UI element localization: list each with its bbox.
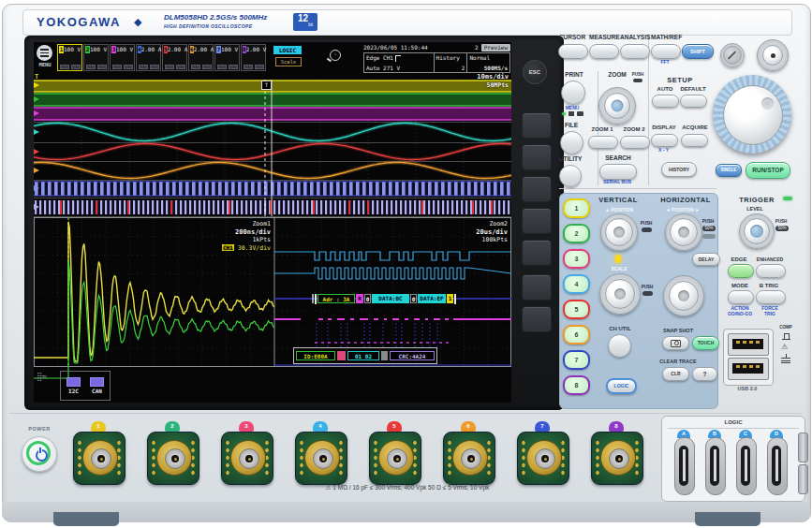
clear-trace-button[interactable]: CLR — [662, 367, 689, 381]
history-button[interactable]: HISTORY — [661, 162, 697, 177]
bnc-connector-ch6[interactable] — [443, 432, 495, 485]
logic-button[interactable]: LOGIC — [606, 378, 637, 394]
acquire-button[interactable] — [681, 134, 708, 147]
channel-cell-4[interactable]: 42.00 A — [136, 44, 161, 71]
scale-badge[interactable]: Scale — [275, 57, 302, 66]
bnc-ring — [156, 440, 192, 476]
impedance-mark — [124, 65, 133, 69]
horizontal-position-knob[interactable] — [670, 218, 698, 246]
run-stop-button[interactable]: RUN/STOP — [746, 162, 790, 179]
logic-port-D[interactable] — [767, 437, 788, 495]
trigger-level-knob[interactable] — [744, 218, 770, 244]
search-button[interactable] — [599, 164, 637, 180]
channel-1-button[interactable]: 1 — [563, 198, 590, 218]
zoom1-button[interactable] — [588, 136, 618, 149]
jog-shuttle-knob[interactable] — [723, 85, 783, 145]
single-button[interactable]: SINGLE — [716, 164, 742, 177]
zoom-knob[interactable] — [604, 93, 630, 119]
ch-util-button[interactable] — [608, 334, 631, 358]
softkey-3[interactable] — [522, 176, 552, 202]
bnc-connector-ch3[interactable] — [221, 432, 273, 485]
power-button[interactable] — [22, 436, 57, 472]
bnc-ring — [304, 440, 340, 476]
bnc-ring — [600, 440, 636, 476]
bnc-channel-tag-7: 7 — [535, 421, 550, 432]
history-status: History 2 — [435, 53, 467, 72]
edge-trigger-button[interactable] — [728, 264, 754, 278]
menu-button[interactable] — [37, 45, 52, 61]
bnc-connector-ch5[interactable] — [369, 432, 421, 485]
bnc-connector-ch1[interactable] — [73, 432, 125, 485]
channel-cell-8[interactable]: 82.00 V — [241, 44, 266, 71]
softkey-5[interactable] — [522, 240, 552, 266]
touch-button[interactable]: TOUCH — [692, 336, 719, 350]
vertical-position-knob[interactable] — [605, 218, 633, 246]
delay-button[interactable]: DELAY — [692, 253, 720, 266]
channel-7-button[interactable]: 7 — [563, 350, 590, 370]
measure-button[interactable] — [589, 44, 619, 59]
softkey-4[interactable] — [522, 208, 552, 234]
i2c-bus-badge[interactable]: I2C — [66, 377, 81, 394]
softkey-7[interactable] — [522, 306, 552, 332]
screen[interactable]: MENU 1100 V2100 V3100 V42.00 A52.00 A62.… — [34, 42, 511, 403]
enhanced-trigger-button[interactable] — [756, 264, 786, 278]
channel-cell-3[interactable]: 3100 V — [110, 44, 135, 71]
channel-8-button[interactable]: 8 — [563, 375, 590, 395]
channel-5-button[interactable]: 5 — [563, 300, 590, 319]
channel-4-button[interactable]: 4 — [563, 274, 590, 294]
esc-button[interactable]: ESC — [523, 60, 547, 84]
zoom-search-icon[interactable]: - — [330, 50, 341, 61]
vertical-scale-knob[interactable] — [605, 279, 635, 309]
select-knob[interactable] — [762, 45, 783, 66]
i2c-address: Adr : 3A — [317, 294, 355, 303]
channel-cell-6[interactable]: 62.00 A — [188, 44, 214, 71]
channel-2-button[interactable]: 2 — [563, 224, 590, 243]
channel-cell-1[interactable]: 1100 V — [57, 44, 82, 71]
print-button[interactable] — [561, 81, 585, 105]
timebase-knob[interactable] — [669, 281, 699, 311]
logic-badge[interactable]: LOGIC — [273, 46, 302, 54]
softkey-1[interactable] — [522, 112, 552, 139]
usb-port-2[interactable] — [728, 358, 769, 380]
bnc-connector-ch4[interactable] — [295, 432, 347, 485]
adjust-knob[interactable] — [723, 46, 742, 65]
logic-port-A[interactable] — [674, 437, 695, 495]
help-button[interactable]: ? — [692, 367, 717, 381]
channel-6-button[interactable]: 6 — [563, 325, 590, 345]
ground-icon — [781, 358, 790, 364]
channel-scale-value: 2.00 A — [141, 46, 162, 53]
display-button[interactable] — [651, 134, 678, 147]
header-strip: YOKOGAWA ◆ DLM5058HD 2.5GS/s 500MHz HIGH… — [22, 9, 792, 36]
vertical-push-slot — [642, 227, 652, 232]
math-ref-button[interactable] — [651, 44, 681, 59]
default-setup-button[interactable] — [680, 95, 707, 108]
softkey-2[interactable] — [522, 144, 552, 170]
trigger-mode-button[interactable] — [728, 290, 754, 304]
bnc-connector-ch8[interactable] — [591, 432, 643, 485]
usb-port-1[interactable] — [728, 333, 769, 356]
file-button[interactable] — [560, 131, 583, 154]
cursor-button[interactable] — [558, 44, 588, 59]
analysis-button[interactable] — [620, 44, 650, 59]
channel-cell-2[interactable]: 2100 V — [83, 44, 109, 71]
channel-3-button[interactable]: 3 — [563, 249, 590, 269]
softkey-6[interactable] — [522, 274, 552, 301]
snapshot-button[interactable] — [662, 336, 689, 350]
model-name: DLM5058HD 2.5GS/s 500MHz — [164, 13, 267, 22]
bnc-connector-ch7[interactable] — [517, 432, 569, 485]
logic-port-C[interactable] — [736, 437, 757, 495]
auto-setup-button[interactable] — [652, 95, 679, 108]
zoom2-button[interactable] — [620, 136, 650, 149]
points-readout: 50MPts — [487, 81, 509, 89]
utility-button[interactable] — [559, 165, 582, 187]
logic-port-B[interactable] — [705, 437, 726, 495]
channel-cell-7[interactable]: 7100 V — [214, 44, 240, 71]
can-field-box — [381, 351, 388, 360]
bnc-connector-ch2[interactable] — [147, 432, 199, 485]
channel-cell-5[interactable]: 52.00 A — [162, 44, 187, 71]
shift-button[interactable]: SHIFT — [682, 44, 714, 59]
can-bus-icon — [90, 377, 104, 387]
can-id: ID:E00A — [296, 351, 335, 360]
b-trigger-button[interactable] — [756, 290, 786, 304]
can-bus-badge[interactable]: CAN — [90, 377, 104, 394]
